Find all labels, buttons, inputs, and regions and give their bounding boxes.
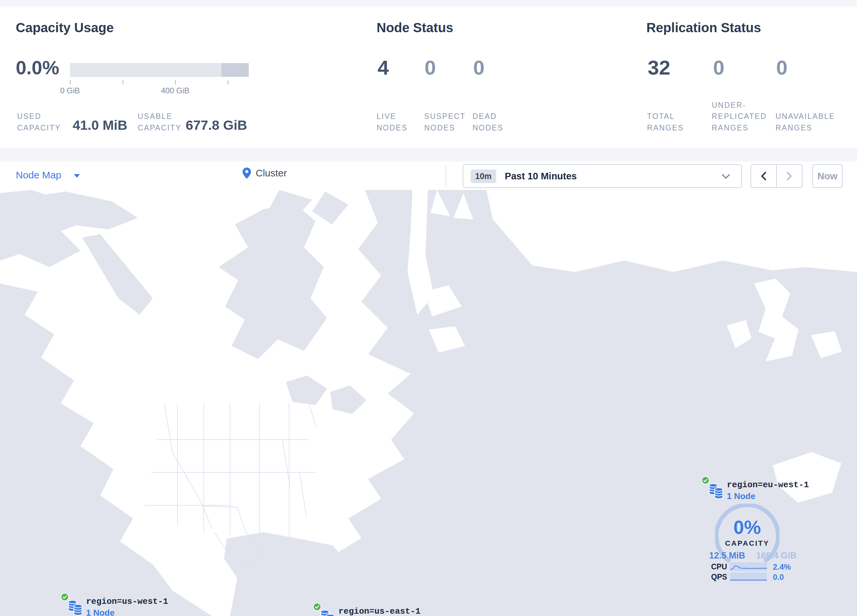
- cpu-sparkline: [730, 562, 767, 571]
- axis-tick: [228, 80, 228, 85]
- chevron-down-icon: [74, 174, 80, 178]
- live-nodes-label: LIVE NODES: [377, 104, 413, 133]
- qps-sparkline: [730, 573, 767, 581]
- cpu-value: 2.4%: [773, 562, 791, 572]
- qps-row: QPS 0.0: [701, 573, 800, 582]
- capacity-used-value: 12.5 MiB: [709, 551, 745, 561]
- database-stack-icon: [320, 609, 336, 616]
- region-marker-us-east-1[interactable]: region=us-east-1 2 Nodes 0% CAPACITY 16.…: [313, 602, 411, 616]
- axis-tick: [122, 80, 123, 85]
- axis-tick-label: 0 GiB: [50, 86, 90, 95]
- capacity-label: CAPACITY: [715, 539, 780, 548]
- axis-tick-label: 400 GiB: [155, 86, 195, 95]
- region-marker-us-west-1[interactable]: region=us-west-1 1 Node 0% CAPACITY 12.2…: [60, 593, 159, 616]
- chevron-left-icon: [760, 171, 767, 181]
- replication-status-title: Replication Status: [647, 20, 761, 35]
- under-replicated-ranges-count: 0: [713, 56, 724, 79]
- qps-value: 0.0: [773, 573, 784, 582]
- region-name: region=us-east-1: [339, 607, 421, 616]
- capacity-usage-bar-segment: [221, 63, 249, 77]
- now-button[interactable]: Now: [812, 164, 843, 188]
- region-node-count[interactable]: 1 Node: [727, 491, 755, 501]
- map-pin-icon: [243, 168, 251, 179]
- unavailable-ranges-count: 0: [776, 56, 787, 79]
- capacity-usage-title: Capacity Usage: [16, 20, 114, 35]
- toolbar-divider: [446, 165, 446, 186]
- axis-tick: [175, 80, 176, 85]
- capacity-usage-bar: [70, 63, 249, 77]
- unavailable-ranges-label: UNAVAILABLE RANGES: [775, 104, 835, 133]
- under-replicated-ranges-label: UNDER-REPLICATED RANGES: [712, 104, 776, 133]
- usable-capacity-label: USABLE CAPACITY: [138, 104, 180, 133]
- chevron-right-icon: [786, 171, 793, 181]
- node-map[interactable]: region=us-west-1 1 Node 0% CAPACITY 12.2…: [0, 190, 857, 616]
- suspect-nodes-label: SUSPECT NODES: [424, 104, 464, 133]
- total-ranges-count: 32: [648, 56, 670, 79]
- suspect-nodes-count: 0: [425, 56, 436, 79]
- region-name: region=eu-west-1: [727, 480, 809, 490]
- used-capacity-label: USED CAPACITY: [17, 104, 60, 133]
- time-step-buttons: [750, 164, 803, 188]
- chevron-down-icon: [722, 173, 730, 179]
- cpu-row: CPU 2.4%: [701, 562, 800, 572]
- cpu-label: CPU: [711, 562, 727, 571]
- capacity-percent: 0%: [715, 516, 780, 538]
- qps-label: QPS: [711, 573, 727, 582]
- dead-nodes-count: 0: [473, 56, 484, 79]
- breadcrumb[interactable]: Cluster: [243, 168, 287, 179]
- time-range-label: Past 10 Minutes: [505, 171, 577, 182]
- database-stack-icon: [708, 483, 724, 500]
- used-capacity-value: 41.0 MiB: [73, 117, 127, 133]
- live-nodes-count: 4: [377, 56, 389, 79]
- region-name: region=us-west-1: [86, 597, 168, 607]
- total-ranges-label: TOTAL RANGES: [647, 104, 690, 133]
- usable-capacity-value: 677.8 GiB: [186, 117, 247, 133]
- node-map-page: Capacity Usage 0.0% 0 GiB 400 GiB USED C…: [0, 0, 857, 616]
- region-marker-eu-west-1[interactable]: region=eu-west-1 1 Node 0% CAPACITY 12.5…: [701, 476, 800, 585]
- capacity-total-value: 169.4 GiB: [750, 551, 797, 561]
- time-range-badge: 10m: [470, 170, 496, 183]
- view-selector-label: Node Map: [16, 170, 61, 181]
- axis-tick: [70, 80, 71, 85]
- dead-nodes-label: DEAD NODES: [473, 104, 509, 133]
- map-toolbar: Node Map Cluster 10m Past 10 Minutes: [0, 162, 857, 190]
- view-selector-dropdown[interactable]: Node Map: [16, 170, 80, 181]
- previous-time-button[interactable]: [751, 165, 776, 187]
- breadcrumb-label: Cluster: [256, 168, 287, 179]
- time-range-select[interactable]: 10m Past 10 Minutes: [463, 164, 742, 188]
- node-status-title: Node Status: [377, 20, 453, 35]
- database-stack-icon: [68, 599, 84, 616]
- next-time-button[interactable]: [776, 165, 802, 187]
- capacity-used-percent: 0.0%: [16, 57, 59, 79]
- region-node-count[interactable]: 1 Node: [86, 608, 115, 616]
- cluster-summary-bar: Capacity Usage 0.0% 0 GiB 400 GiB USED C…: [0, 6, 857, 149]
